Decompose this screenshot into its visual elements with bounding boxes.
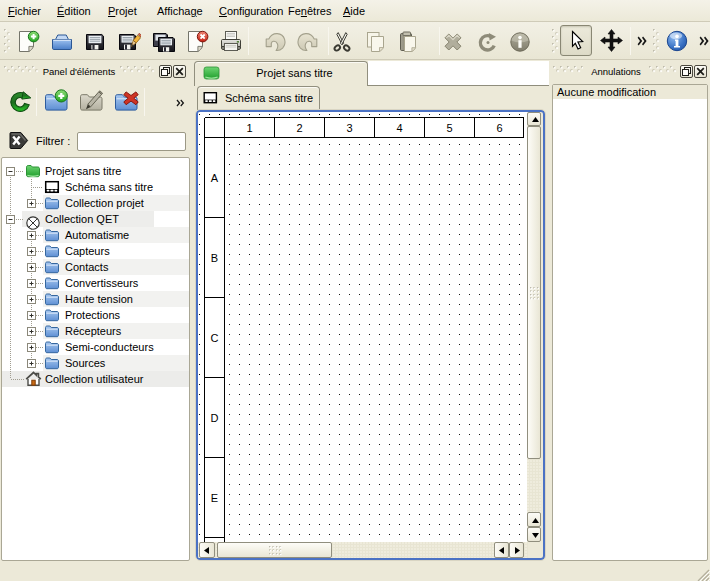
svg-text:B: B — [211, 252, 218, 264]
svg-text:A: A — [211, 172, 219, 184]
svg-text:C: C — [211, 332, 219, 344]
svg-text:1: 1 — [246, 122, 252, 134]
svg-text:E: E — [211, 492, 218, 504]
svg-text:D: D — [211, 412, 219, 424]
svg-text:6: 6 — [496, 122, 502, 134]
svg-text:2: 2 — [296, 122, 302, 134]
svg-text:3: 3 — [346, 122, 352, 134]
svg-text:5: 5 — [446, 122, 452, 134]
svg-text:4: 4 — [396, 122, 402, 134]
